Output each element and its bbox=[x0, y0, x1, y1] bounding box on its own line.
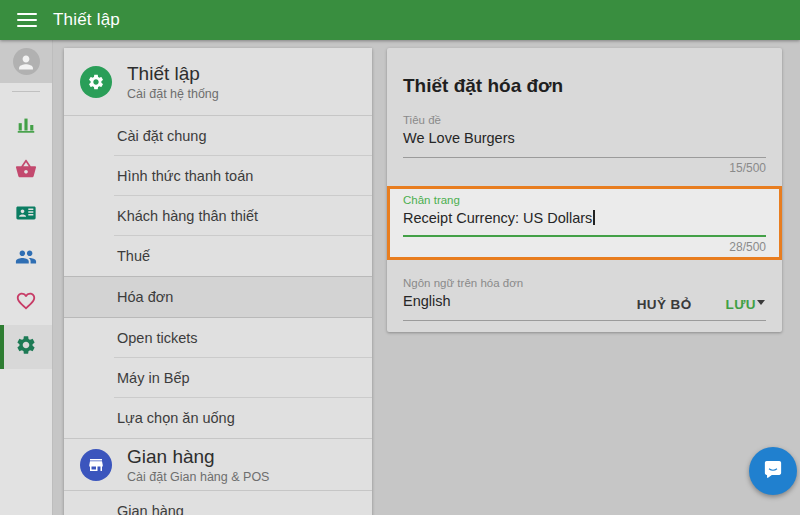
menu-item-kitchen-printers[interactable]: Máy in Bếp bbox=[64, 358, 372, 398]
save-button[interactable]: LƯU bbox=[724, 293, 758, 316]
field-footer-label: Chân trang bbox=[403, 194, 766, 206]
people-icon bbox=[15, 246, 37, 272]
rail-customers-button[interactable] bbox=[0, 237, 52, 281]
menu-section-title: Gian hàng bbox=[127, 446, 269, 468]
menu-section-subtitle: Cài đặt Gian hàng & POS bbox=[127, 470, 269, 484]
field-header: Tiêu đề We Love Burgers 15/500 bbox=[387, 97, 782, 175]
field-language-label: Ngôn ngữ trên hóa đơn bbox=[403, 277, 766, 289]
field-underline bbox=[403, 157, 766, 158]
cancel-button[interactable]: HUỶ BỎ bbox=[635, 293, 694, 316]
rail-settings-button[interactable] bbox=[0, 325, 52, 369]
field-header-input[interactable]: We Love Burgers bbox=[403, 130, 766, 146]
char-counter: 28/500 bbox=[403, 240, 766, 254]
menu-item-dining-options[interactable]: Lựa chọn ăn uống bbox=[64, 398, 372, 438]
menu-item-stores[interactable]: Gian hàng bbox=[64, 491, 372, 515]
page-title: Thiết lập bbox=[53, 10, 120, 30]
menu-item-open-tickets[interactable]: Open tickets bbox=[64, 318, 372, 358]
chat-button[interactable] bbox=[749, 447, 797, 495]
chevron-down-icon[interactable] bbox=[757, 300, 765, 305]
menu-item-payment-types[interactable]: Hình thức thanh toán bbox=[64, 156, 372, 196]
bar-chart-icon bbox=[15, 114, 37, 140]
field-footer-highlight: Chân trang Receipt Currency: US Dollars … bbox=[387, 186, 782, 260]
gear-icon bbox=[15, 334, 37, 360]
field-footer-input[interactable]: Receipt Currency: US Dollars bbox=[403, 210, 766, 226]
field-underline bbox=[403, 320, 766, 321]
rail-employees-button[interactable] bbox=[0, 193, 52, 237]
rail-reports-button[interactable] bbox=[0, 105, 52, 149]
avatar[interactable] bbox=[0, 40, 52, 83]
receipt-settings-card: Thiết đặt hóa đơn Tiêu đề We Love Burger… bbox=[387, 48, 782, 332]
rail-divider bbox=[12, 91, 40, 92]
menu-section-subtitle: Cài đặt hệ thống bbox=[127, 87, 219, 101]
menu-section-title: Thiết lập bbox=[127, 63, 219, 85]
field-underline-focused bbox=[403, 235, 766, 237]
gear-circle-icon bbox=[80, 66, 112, 98]
avatar-icon bbox=[13, 48, 40, 75]
rail-items-button[interactable] bbox=[0, 149, 52, 193]
menu-section-settings: Thiết lập Cài đặt hệ thống bbox=[64, 48, 372, 116]
settings-menu: Thiết lập Cài đặt hệ thống Cài đặt chung… bbox=[64, 48, 372, 515]
app-root: Thiết lập bbox=[0, 0, 800, 515]
store-circle-icon bbox=[80, 449, 112, 481]
menu-item-receipt[interactable]: Hóa đơn bbox=[64, 276, 372, 318]
heart-icon bbox=[15, 290, 37, 316]
card-actions: HUỶ BỎ LƯU bbox=[635, 293, 758, 316]
chat-bubble-icon bbox=[760, 456, 786, 486]
menu-item-general-settings[interactable]: Cài đặt chung bbox=[64, 116, 372, 156]
menu-icon[interactable] bbox=[17, 13, 37, 27]
icon-rail bbox=[0, 40, 53, 515]
menu-item-taxes[interactable]: Thuế bbox=[64, 236, 372, 276]
top-app-bar: Thiết lập bbox=[0, 0, 800, 40]
field-header-label: Tiêu đề bbox=[403, 114, 766, 126]
menu-section-stores: Gian hàng Cài đặt Gian hàng & POS bbox=[64, 438, 372, 491]
char-counter: 15/500 bbox=[403, 161, 766, 175]
contact-card-icon bbox=[15, 202, 37, 228]
text-caret bbox=[593, 210, 595, 225]
basket-icon bbox=[15, 158, 37, 184]
rail-loyalty-button[interactable] bbox=[0, 281, 52, 325]
menu-item-loyalty[interactable]: Khách hàng thân thiết bbox=[64, 196, 372, 236]
card-title: Thiết đặt hóa đơn bbox=[387, 48, 782, 97]
